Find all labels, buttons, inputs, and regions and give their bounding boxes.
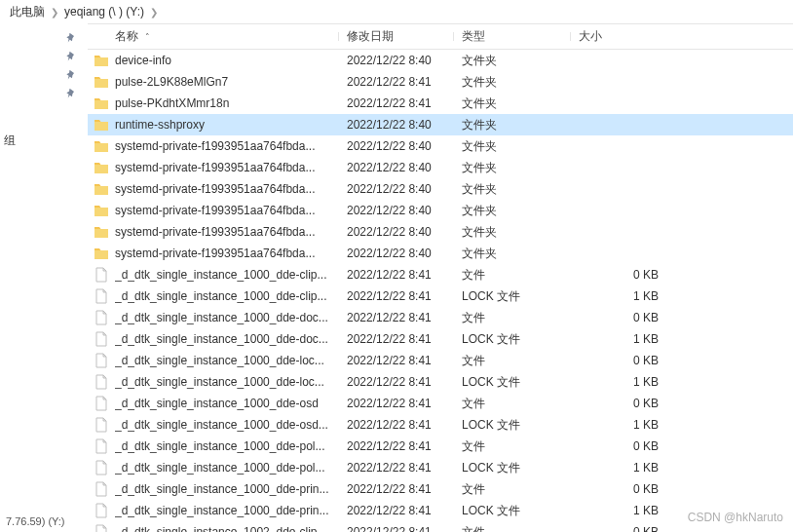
breadcrumb[interactable]: 此电脑 ❯ yeqiang (\ ) (Y:) ❯: [0, 0, 793, 23]
file-name: pulse-2L9K88eMlGn7: [115, 75, 228, 89]
file-icon: [94, 396, 109, 411]
column-header-size[interactable]: 大小: [571, 28, 688, 45]
table-row[interactable]: systemd-private-f1993951aa764fbda...2022…: [88, 178, 793, 200]
column-headers: 名称 ˄ 修改日期 类型 大小: [88, 23, 793, 50]
pin-icon[interactable]: [0, 66, 88, 85]
table-row[interactable]: _d_dtk_single_instance_1000_dde-clip...2…: [88, 264, 793, 285]
folder-icon: [94, 53, 109, 68]
sort-asc-icon: ˄: [145, 32, 150, 42]
table-row[interactable]: _d_dtk_single_instance_1000_dde-loc...20…: [88, 371, 793, 393]
table-row[interactable]: systemd-private-f1993951aa764fbda...2022…: [88, 243, 793, 264]
table-row[interactable]: _d_dtk_single_instance_1000_dde-doc...20…: [88, 307, 793, 328]
file-type: 文件夹: [454, 95, 571, 112]
file-date: 2022/12/22 8:40: [339, 225, 454, 239]
file-size: 1 KB: [571, 289, 688, 303]
file-type: LOCK 文件: [454, 417, 571, 434]
file-name: _d_dtk_single_instance_1000_dde-prin...: [115, 504, 329, 517]
file-date: 2022/12/22 8:40: [339, 182, 454, 196]
table-row[interactable]: device-info2022/12/22 8:40文件夹: [88, 50, 793, 71]
column-header-date[interactable]: 修改日期: [339, 28, 454, 45]
file-date: 2022/12/22 8:40: [339, 118, 454, 132]
file-date: 2022/12/22 8:41: [339, 375, 454, 389]
table-row[interactable]: _d_dtk_single_instance_1000_dde-loc...20…: [88, 350, 793, 371]
column-header-name[interactable]: 名称 ˄: [88, 28, 339, 45]
file-size: 1 KB: [571, 461, 688, 475]
table-row[interactable]: _d_dtk_single_instance_1000_dde-pol...20…: [88, 436, 793, 457]
file-type: 文件夹: [454, 160, 571, 176]
table-row[interactable]: systemd-private-f1993951aa764fbda...2022…: [88, 221, 793, 243]
file-name: _d_dtk_single_instance_1000_dde-doc...: [115, 311, 328, 324]
file-icon: [94, 310, 109, 325]
table-row[interactable]: pulse-2L9K88eMlGn72022/12/22 8:41文件夹: [88, 71, 793, 93]
table-row[interactable]: systemd-private-f1993951aa764fbda...2022…: [88, 200, 793, 221]
file-name: systemd-private-f1993951aa764fbda...: [115, 247, 315, 260]
file-type: LOCK 文件: [454, 331, 571, 348]
file-name: device-info: [115, 54, 171, 67]
file-list-panel: 名称 ˄ 修改日期 类型 大小 device-info2022/12/22 8:…: [88, 23, 793, 532]
file-size: 0 KB: [571, 525, 688, 532]
breadcrumb-root[interactable]: 此电脑: [4, 4, 51, 20]
breadcrumb-folder[interactable]: yeqiang (\ ) (Y:): [58, 5, 150, 19]
file-date: 2022/12/22 8:41: [339, 461, 454, 475]
file-name: _d_dtk_single_instance_1000_dde-doc...: [115, 332, 328, 346]
table-row[interactable]: pulse-PKdhtXMmr18n2022/12/22 8:41文件夹: [88, 93, 793, 114]
file-icon: [94, 374, 109, 390]
chevron-right-icon: ❯: [51, 7, 58, 18]
table-row[interactable]: _d_dtk_single_instance_1000_dde-clip...2…: [88, 285, 793, 307]
file-type: 文件夹: [454, 74, 571, 91]
table-row[interactable]: _d_dtk_single_instance_1000_dde-prin...2…: [88, 500, 793, 521]
file-name: systemd-private-f1993951aa764fbda...: [115, 139, 315, 153]
file-type: 文件: [454, 396, 571, 412]
file-size: 1 KB: [571, 375, 688, 389]
file-size: 1 KB: [571, 418, 688, 432]
column-header-type[interactable]: 类型: [454, 28, 571, 45]
file-date: 2022/12/22 8:40: [339, 139, 454, 153]
file-type: 文件: [454, 310, 571, 326]
file-name: _d_dtk_single_instance_1000_dde-loc...: [115, 375, 324, 389]
file-date: 2022/12/22 8:40: [339, 247, 454, 260]
quick-access-panel: 组: [0, 23, 88, 532]
file-name: _d_dtk_single_instance_1002_dde-clip...: [115, 525, 327, 532]
file-name: systemd-private-f1993951aa764fbda...: [115, 161, 315, 174]
file-icon: [94, 503, 109, 518]
table-row[interactable]: _d_dtk_single_instance_1000_dde-doc...20…: [88, 328, 793, 350]
file-icon: [94, 353, 109, 368]
file-icon: [94, 438, 109, 454]
file-size: 0 KB: [571, 482, 688, 496]
file-name: _d_dtk_single_instance_1000_dde-clip...: [115, 289, 327, 303]
file-size: 0 KB: [571, 268, 688, 282]
table-row[interactable]: _d_dtk_single_instance_1000_dde-osd...20…: [88, 414, 793, 436]
table-row[interactable]: systemd-private-f1993951aa764fbda...2022…: [88, 135, 793, 157]
file-name: runtime-sshproxy: [115, 118, 205, 132]
file-type: 文件夹: [454, 117, 571, 133]
file-name: _d_dtk_single_instance_1000_dde-prin...: [115, 482, 329, 496]
file-date: 2022/12/22 8:41: [339, 75, 454, 89]
file-icon: [94, 288, 109, 304]
file-type: 文件夹: [454, 53, 571, 69]
table-row[interactable]: systemd-private-f1993951aa764fbda...2022…: [88, 157, 793, 178]
table-row[interactable]: runtime-sshproxy2022/12/22 8:40文件夹: [88, 114, 793, 135]
pin-icon[interactable]: [0, 48, 88, 66]
file-size: 1 KB: [571, 504, 688, 517]
file-rows: device-info2022/12/22 8:40文件夹pulse-2L9K8…: [88, 50, 793, 532]
table-row[interactable]: _d_dtk_single_instance_1000_dde-pol...20…: [88, 457, 793, 478]
file-icon: [94, 460, 109, 475]
file-type: 文件: [454, 353, 571, 369]
table-row[interactable]: _d_dtk_single_instance_1000_dde-prin...2…: [88, 478, 793, 500]
file-icon: [94, 331, 109, 347]
file-type: 文件: [454, 481, 571, 498]
file-date: 2022/12/22 8:41: [339, 354, 454, 367]
folder-icon: [94, 95, 109, 111]
pin-icon[interactable]: [0, 29, 88, 48]
table-row[interactable]: _d_dtk_single_instance_1002_dde-clip...2…: [88, 521, 793, 532]
pin-icon[interactable]: [0, 85, 88, 103]
file-name: systemd-private-f1993951aa764fbda...: [115, 225, 315, 239]
file-size: 0 KB: [571, 439, 688, 453]
table-row[interactable]: _d_dtk_single_instance_1000_dde-osd2022/…: [88, 393, 793, 414]
file-type: 文件: [454, 438, 571, 455]
sidebar-group-label[interactable]: 组: [0, 103, 88, 149]
folder-icon: [94, 203, 109, 218]
file-date: 2022/12/22 8:40: [339, 161, 454, 174]
file-type: LOCK 文件: [454, 460, 571, 476]
file-size: 1 KB: [571, 332, 688, 346]
